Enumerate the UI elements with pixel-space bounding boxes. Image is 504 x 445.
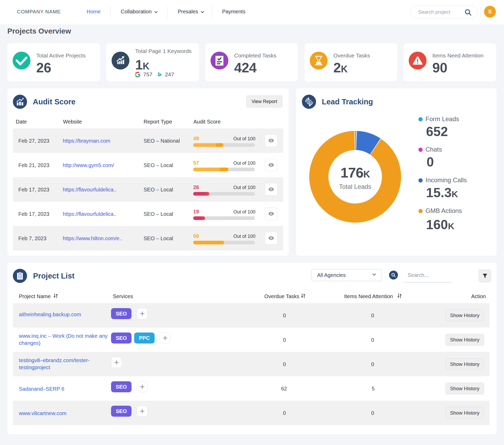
svg-text:$: $ (308, 100, 310, 104)
